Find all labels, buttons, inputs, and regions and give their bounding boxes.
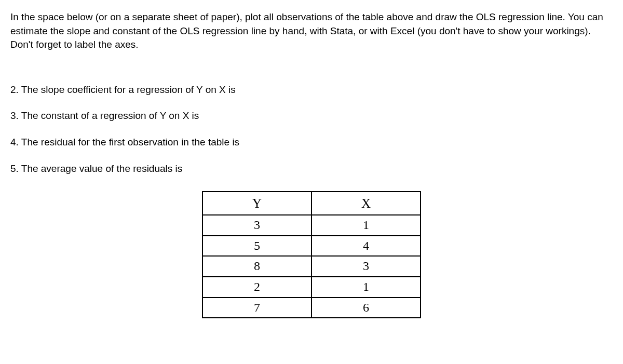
question-5: 5. The average value of the residuals is [10,162,613,176]
data-table: Y X 3 1 5 4 8 3 2 1 7 6 [202,191,421,318]
table-cell-x: 1 [312,215,421,236]
table-cell-y: 5 [202,236,312,257]
table-cell-y: 8 [202,256,312,277]
table-cell-x: 3 [312,256,421,277]
table-cell-y: 2 [202,277,312,298]
intro-paragraph: In the space below (or on a separate she… [10,10,613,52]
table-header-row: Y X [202,192,421,215]
data-table-container: Y X 3 1 5 4 8 3 2 1 7 6 [10,191,613,318]
table-cell-x: 4 [312,236,421,257]
table-cell-x: 1 [312,277,421,298]
question-4: 4. The residual for the first observatio… [10,136,613,150]
table-header-x: X [312,192,421,215]
table-cell-y: 3 [202,215,312,236]
question-3: 3. The constant of a regression of Y on … [10,109,613,123]
table-cell-x: 6 [312,298,421,318]
table-row: 7 6 [202,298,421,318]
table-row: 3 1 [202,215,421,236]
table-row: 5 4 [202,236,421,257]
table-cell-y: 7 [202,298,312,318]
table-row: 2 1 [202,277,421,298]
question-2: 2. The slope coefficient for a regressio… [10,83,613,97]
table-row: 8 3 [202,256,421,277]
table-header-y: Y [202,192,312,215]
